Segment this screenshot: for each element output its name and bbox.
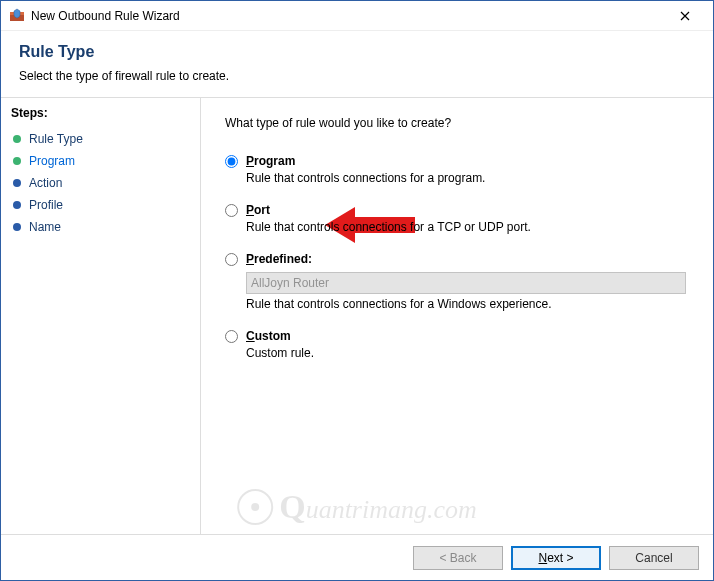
label-custom[interactable]: Custom [246,329,291,343]
desc-port: Rule that controls connections for a TCP… [246,220,689,234]
prompt-text: What type of rule would you like to crea… [225,116,689,130]
label-program[interactable]: Program [246,154,295,168]
step-bullet-icon [13,135,21,143]
option-port: Port Rule that controls connections for … [225,203,689,234]
header-pane: Rule Type Select the type of firewall ru… [1,31,713,98]
step-bullet-icon [13,201,21,209]
close-button[interactable] [665,2,705,30]
step-rule-type[interactable]: Rule Type [11,128,190,150]
radio-custom[interactable] [225,330,238,343]
body: Steps: Rule Type Program Action Profile … [1,98,713,534]
step-label: Program [29,154,75,168]
step-label: Rule Type [29,132,83,146]
label-port[interactable]: Port [246,203,270,217]
cancel-button[interactable]: Cancel [609,546,699,570]
page-subtitle: Select the type of firewall rule to crea… [19,69,695,83]
step-action[interactable]: Action [11,172,190,194]
desc-program: Rule that controls connections for a pro… [246,171,689,185]
firewall-icon [9,8,25,24]
next-button[interactable]: Next > [511,546,601,570]
step-bullet-icon [13,157,21,165]
titlebar: New Outbound Rule Wizard [1,1,713,31]
content-pane: What type of rule would you like to crea… [201,98,713,534]
step-label: Action [29,176,62,190]
desc-predefined: Rule that controls connections for a Win… [246,297,689,311]
radio-predefined[interactable] [225,253,238,266]
option-custom: Custom Custom rule. [225,329,689,360]
step-label: Name [29,220,61,234]
option-program: Program Rule that controls connections f… [225,154,689,185]
step-bullet-icon [13,223,21,231]
steps-sidebar: Steps: Rule Type Program Action Profile … [1,98,201,534]
step-label: Profile [29,198,63,212]
footer: < Back Next > Cancel [1,534,713,580]
radio-port[interactable] [225,204,238,217]
predefined-select[interactable]: AllJoyn Router [246,272,686,294]
page-title: Rule Type [19,43,695,61]
step-program[interactable]: Program [11,150,190,172]
desc-custom: Custom rule. [246,346,689,360]
radio-program[interactable] [225,155,238,168]
step-bullet-icon [13,179,21,187]
back-button[interactable]: < Back [413,546,503,570]
window-title: New Outbound Rule Wizard [31,9,665,23]
step-profile[interactable]: Profile [11,194,190,216]
label-predefined[interactable]: Predefined: [246,252,312,266]
step-name[interactable]: Name [11,216,190,238]
steps-label: Steps: [11,106,190,120]
option-predefined: Predefined: AllJoyn Router Rule that con… [225,252,689,311]
wizard-window: New Outbound Rule Wizard Rule Type Selec… [0,0,714,581]
